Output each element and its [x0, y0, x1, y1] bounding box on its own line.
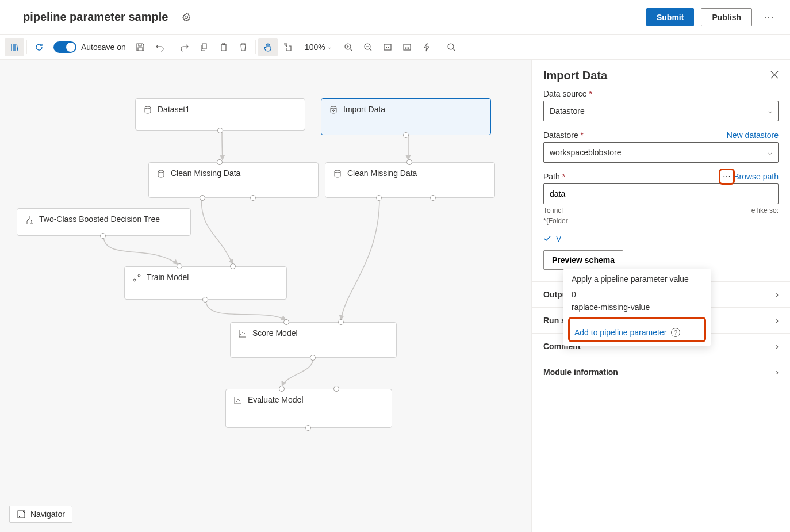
popup-item-1[interactable]: raplace-missing-value: [572, 301, 703, 313]
node-import-data[interactable]: Import Data: [321, 98, 491, 135]
eraser-icon: [156, 169, 166, 178]
redo-button[interactable]: [175, 38, 194, 56]
autosave-label: Autosave on: [81, 43, 126, 52]
undo-button[interactable]: [150, 38, 170, 56]
gear-icon: [182, 13, 191, 22]
node-train-model[interactable]: Train Model: [124, 266, 287, 300]
copy-button[interactable]: [194, 38, 214, 56]
zoom-in-icon: [344, 43, 353, 52]
flash-icon: [422, 43, 431, 52]
svg-point-16: [236, 401, 237, 402]
zoom-out-icon: [363, 43, 373, 52]
zoom-dropdown[interactable]: 100%⌵: [302, 43, 333, 52]
trash-icon: [239, 43, 248, 52]
cursor-select-icon: [283, 43, 292, 52]
hand-icon: [263, 43, 273, 52]
fit-screen-button[interactable]: [378, 38, 397, 56]
import-icon: [328, 105, 339, 114]
paste-button[interactable]: [214, 38, 233, 56]
svg-text:1:1: 1:1: [404, 46, 409, 49]
navigator-icon: [17, 510, 26, 519]
library-icon: [10, 43, 19, 52]
svg-point-17: [237, 399, 239, 400]
path-helper-text: To incl e like so:: [543, 206, 779, 215]
database-icon: [143, 105, 153, 114]
panel-close-button[interactable]: [770, 71, 779, 81]
data-source-select[interactable]: Datastore ⌵: [543, 101, 779, 121]
delete-button[interactable]: [233, 38, 253, 56]
path-helper-text-2: *{Folder: [543, 217, 779, 225]
copy-icon: [200, 43, 209, 52]
info-icon: ?: [671, 328, 680, 337]
new-datastore-link[interactable]: New datastore: [727, 131, 779, 140]
eraser-icon: [332, 169, 343, 178]
publish-button[interactable]: Publish: [701, 8, 752, 26]
one-to-one-icon: 1:1: [402, 43, 412, 52]
path-input[interactable]: [543, 183, 779, 204]
pipeline-settings-button[interactable]: [177, 8, 195, 26]
svg-rect-2: [384, 44, 391, 50]
module-information-expander[interactable]: Module information›: [532, 359, 790, 385]
save-button[interactable]: [131, 38, 150, 56]
paste-icon: [219, 43, 228, 52]
svg-point-5: [448, 44, 454, 49]
autosave-toggle[interactable]: [53, 41, 76, 53]
actual-size-button[interactable]: 1:1: [397, 38, 417, 56]
close-icon: [770, 71, 779, 79]
svg-point-9: [158, 170, 164, 173]
popup-item-0[interactable]: 0: [572, 288, 703, 301]
fit-icon: [383, 43, 392, 52]
zoom-in-button[interactable]: [339, 38, 358, 56]
pipeline-parameter-popup: Apply a pipeline parameter value 0 rapla…: [563, 269, 711, 346]
node-score-model[interactable]: Score Model: [230, 322, 397, 358]
svg-point-18: [239, 400, 240, 401]
score-icon: [237, 329, 248, 338]
zoom-out-button[interactable]: [358, 38, 378, 56]
svg-point-14: [242, 332, 243, 333]
validate-row: V: [543, 234, 779, 243]
svg-point-13: [240, 334, 241, 335]
redo-icon: [180, 43, 189, 52]
node-evaluate-model[interactable]: Evaluate Model: [225, 389, 392, 428]
pan-button[interactable]: [258, 38, 278, 56]
pipeline-title: pipeline parameter sample: [23, 10, 168, 24]
refresh-icon: [34, 43, 44, 52]
search-icon: [447, 43, 456, 52]
svg-point-7: [145, 106, 151, 109]
undo-icon: [155, 43, 164, 52]
svg-point-10: [335, 170, 340, 173]
search-button[interactable]: [442, 38, 461, 56]
node-clean-missing-data-2[interactable]: Clean Missing Data: [325, 162, 495, 198]
submit-button[interactable]: Submit: [646, 8, 694, 26]
left-panel-toggle[interactable]: [5, 38, 24, 56]
save-icon: [136, 43, 145, 52]
refresh-button[interactable]: [29, 38, 49, 56]
pipeline-canvas[interactable]: Dataset1 Import Data Clean Missing Data …: [0, 60, 531, 532]
tree-icon: [24, 215, 34, 224]
popup-title: Apply a pipeline parameter value: [572, 274, 703, 284]
datastore-label: Datastore *: [543, 131, 584, 140]
svg-point-8: [331, 106, 336, 109]
node-dataset1[interactable]: Dataset1: [135, 98, 305, 131]
node-decision-tree[interactable]: Two-Class Boosted Decision Tree: [17, 208, 191, 236]
node-clean-missing-data-1[interactable]: Clean Missing Data: [148, 162, 319, 198]
path-more-button[interactable]: ⋯: [719, 169, 735, 185]
check-icon: [543, 235, 551, 243]
datastore-select[interactable]: workspaceblobstore ⌵: [543, 142, 779, 163]
train-icon: [132, 273, 142, 282]
data-source-label: Data source *: [543, 89, 779, 98]
panel-title: Import Data: [543, 69, 607, 82]
svg-point-15: [244, 333, 245, 334]
navigator-button[interactable]: Navigator: [9, 506, 72, 523]
select-button[interactable]: [278, 38, 297, 56]
header-more-button[interactable]: ⋯: [759, 9, 779, 26]
auto-layout-button[interactable]: [417, 38, 436, 56]
preview-schema-button[interactable]: Preview schema: [543, 250, 623, 270]
path-label: Path *: [543, 172, 565, 181]
browse-path-link[interactable]: Browse path: [734, 172, 779, 181]
evaluate-icon: [233, 396, 243, 405]
add-to-pipeline-parameter-link[interactable]: Add to pipeline parameter ?: [574, 328, 700, 337]
